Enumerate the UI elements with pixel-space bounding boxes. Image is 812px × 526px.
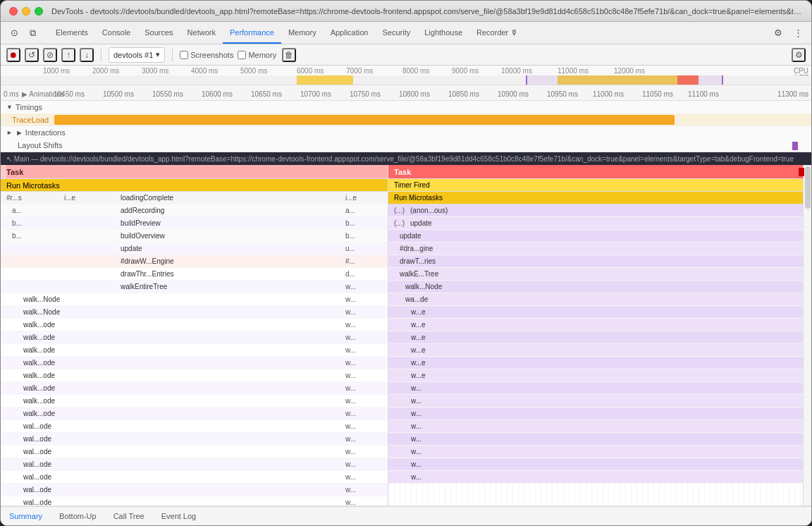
tab-summary[interactable]: Summary [1, 507, 51, 525]
table-row: (...)(anon...ous) [388, 204, 803, 217]
table-row: (...)update [388, 217, 803, 230]
left-panel-task-header: Task [1, 165, 388, 179]
vertical-scrollbar[interactable] [803, 165, 811, 506]
ruler-label-10800: 10800 ms [399, 90, 430, 98]
tab-elements[interactable]: Elements [49, 22, 95, 44]
screenshots-checkbox[interactable] [180, 51, 188, 59]
tab-application[interactable]: Application [324, 22, 376, 44]
table-row: w... [388, 471, 803, 484]
memory-checkbox[interactable] [238, 51, 246, 59]
run-microtasks-header: Run Microtasks [1, 179, 388, 192]
ruler-label-11100: 11100 ms [688, 90, 719, 98]
table-row: w... [388, 408, 803, 420]
interactions-row: ► ► Interactions [1, 126, 811, 139]
ov-label-3000: 3000 ms [142, 67, 168, 75]
right-panel-task-header: Task [388, 165, 803, 179]
close-button[interactable] [9, 7, 18, 16]
settings-perf-button[interactable]: ⚙ [792, 48, 806, 62]
maximize-button[interactable] [35, 7, 43, 16]
ov-label-6000: 6000 ms [297, 67, 324, 75]
flame-rows-left[interactable]: #r...s i...e loadingComplete i...e a... … [1, 192, 388, 506]
table-row: w... [388, 420, 803, 433]
ruler-label-11000: 11000 ms [593, 90, 624, 98]
window-title: DevTools - devtools://devtools/bundled/d… [51, 7, 803, 16]
tab-network[interactable]: Network [180, 22, 223, 44]
tab-bottom-up[interactable]: Bottom-Up [51, 507, 105, 525]
tab-recorder[interactable]: Recorder 🎙 [469, 22, 525, 44]
traffic-lights [9, 7, 43, 16]
download-button[interactable]: ↓ [80, 48, 94, 62]
tab-lighthouse[interactable]: Lighthouse [417, 22, 469, 44]
tab-event-log[interactable]: Event Log [153, 507, 205, 525]
tab-performance[interactable]: Performance [223, 22, 281, 44]
table-row: walk...Nodew... [1, 306, 388, 319]
table-row: wal...odew... [1, 420, 388, 433]
table-row: wal...odew... [1, 471, 388, 484]
ruler-label-10550: 10550 ms [152, 90, 183, 98]
devtools-window: DevTools - devtools://devtools/bundled/d… [0, 0, 812, 526]
table-row: wal...odew... [1, 446, 388, 458]
upload-button[interactable]: ↑ [61, 48, 75, 62]
table-row: walkEntireTree w... [1, 281, 388, 293]
table-row: w...e [388, 344, 803, 357]
traceload-bar [54, 115, 675, 125]
screenshots-checkbox-group: Screenshots [180, 51, 233, 59]
timer-fired-row: Timer Fired [388, 179, 803, 192]
tab-memory[interactable]: Memory [281, 22, 324, 44]
ruler-label-10850: 10850 ms [448, 90, 479, 98]
table-row: w...e [388, 357, 803, 369]
layout-shifts-label: Layout Shifts [18, 141, 63, 149]
timings-triangle-icon: ▼ [6, 104, 13, 111]
right-panel: Task Timer Fired Run Microtasks (...)(an… [388, 165, 803, 506]
table-row: walk...odew... [1, 344, 388, 357]
clear-button[interactable]: ⊘ [43, 48, 57, 62]
table-row: wal...odew... [1, 496, 388, 506]
table-row: walk...Node [388, 281, 803, 293]
target-dropdown-label: devtools #1 [113, 51, 153, 59]
table-row: walk...odew... [1, 357, 388, 369]
table-row: #drawW...Engine #... [1, 255, 388, 268]
inspect-icon[interactable]: ⊙ [6, 25, 22, 41]
table-row: walk...odew... [1, 382, 388, 395]
ruler-label-10950: 10950 ms [547, 90, 578, 98]
record-button[interactable]: ⏺ [6, 48, 20, 62]
mini-overview: 1000 ms 2000 ms 3000 ms 4000 ms 5000 ms … [1, 66, 811, 85]
flame-rows-right[interactable]: Timer Fired Run Microtasks (...)(anon...… [388, 179, 803, 506]
right-run-microtasks-label: Run Microtasks [394, 194, 443, 202]
table-row: drawThr...Entries d... [1, 268, 388, 281]
selected-range [526, 75, 723, 85]
layout-shift-marker [792, 142, 798, 150]
ov-label-4000: 4000 ms [191, 67, 218, 75]
table-row: w...e [388, 319, 803, 331]
table-row: w... [388, 395, 803, 408]
tab-sources[interactable]: Sources [137, 22, 180, 44]
scrollbar-thumb[interactable] [805, 166, 811, 209]
right-run-microtasks-row: Run Microtasks [388, 192, 803, 204]
table-row: wal...odew... [1, 458, 388, 471]
settings-icon[interactable]: ⚙ [770, 25, 786, 41]
table-row: walk...odew... [1, 331, 388, 344]
title-bar: DevTools - devtools://devtools/bundled/d… [1, 1, 811, 22]
ov-label-9000: 9000 ms [452, 67, 479, 75]
dropdown-arrow-icon: ▾ [156, 50, 160, 59]
memory-checkbox-group: Memory [238, 51, 276, 59]
left-panel: Task Run Microtasks #r...s i...e loading… [1, 165, 388, 506]
tab-security[interactable]: Security [375, 22, 417, 44]
ov-label-2000: 2000 ms [92, 67, 119, 75]
tab-console[interactable]: Console [95, 22, 137, 44]
table-row: drawT...ries [388, 255, 803, 268]
ov-label-5000: 5000 ms [240, 67, 267, 75]
table-row: w... [388, 458, 803, 471]
ruler-label-11050: 11050 ms [642, 90, 673, 98]
target-dropdown[interactable]: devtools #1 ▾ [109, 47, 165, 63]
reload-record-button[interactable]: ↺ [25, 48, 39, 62]
ov-label-10000: 10000 ms [501, 67, 532, 75]
table-row: w... [388, 446, 803, 458]
table-row: w... [388, 433, 803, 446]
minimize-button[interactable] [22, 7, 30, 16]
delete-button[interactable]: 🗑 [282, 48, 296, 62]
device-icon[interactable]: ⧉ [25, 25, 40, 41]
tab-call-tree[interactable]: Call Tree [105, 507, 153, 525]
more-icon[interactable]: ⋮ [790, 25, 806, 41]
table-row: w...e [388, 306, 803, 319]
